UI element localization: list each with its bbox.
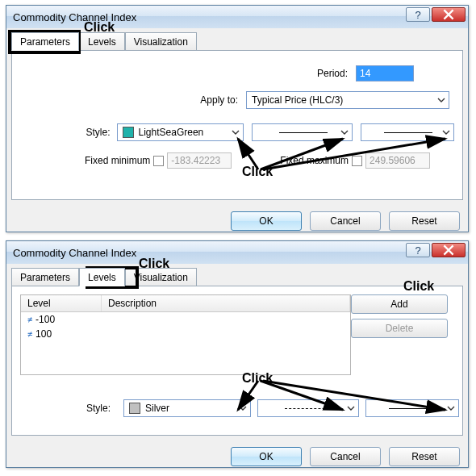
tab-visualization[interactable]: Visualization xyxy=(125,32,197,51)
style-line-combo[interactable] xyxy=(257,399,359,417)
line-solid-icon xyxy=(384,132,432,133)
chevron-down-icon xyxy=(232,128,240,136)
col-level[interactable]: Level xyxy=(21,295,102,311)
help-button[interactable]: ? xyxy=(406,243,430,257)
tab-visualization[interactable]: Visualization xyxy=(125,268,197,286)
title-text: Commodity Channel Index xyxy=(13,11,136,23)
dialog-parameters: Commodity Channel Index ? Parameters Lev… xyxy=(6,5,469,232)
tab-panel: Period: 14 Apply to: Typical Price (HLC/… xyxy=(11,50,463,200)
tab-panel: Level Description ≠ -100 ≠ 100 Add Delet… xyxy=(11,286,463,436)
chevron-down-icon xyxy=(239,404,247,412)
reset-button[interactable]: Reset xyxy=(389,211,460,231)
fixed-min-checkbox[interactable] xyxy=(153,156,164,166)
tabs: Parameters Levels Visualization xyxy=(11,31,468,50)
tabs: Parameters Levels Visualization xyxy=(11,267,468,286)
add-button[interactable]: Add xyxy=(351,294,448,314)
line-solid-icon xyxy=(279,132,328,133)
cancel-button[interactable]: Cancel xyxy=(310,211,381,231)
style-width-combo[interactable] xyxy=(365,399,459,417)
period-label: Period: xyxy=(317,68,348,79)
delete-button[interactable]: Delete xyxy=(351,319,448,338)
fixed-max-value: 249.59606 xyxy=(365,152,430,169)
col-description[interactable]: Description xyxy=(102,295,350,311)
tab-parameters[interactable]: Parameters xyxy=(11,268,79,286)
dialog-levels: Commodity Channel Index ? Parameters Lev… xyxy=(6,240,469,468)
ok-button[interactable]: OK xyxy=(231,447,302,466)
period-input[interactable]: 14 xyxy=(356,65,414,81)
level-line-icon: ≠ xyxy=(27,315,32,324)
titlebar[interactable]: Commodity Channel Index ? xyxy=(6,241,468,264)
style-line-combo[interactable] xyxy=(252,123,353,141)
tab-levels[interactable]: Levels xyxy=(79,268,125,286)
levels-grid[interactable]: Level Description ≠ -100 ≠ 100 xyxy=(20,294,351,375)
style-width-combo[interactable] xyxy=(361,123,454,141)
style-label: Style: xyxy=(20,127,117,138)
line-dashed-icon xyxy=(285,408,333,409)
style-color-swatch xyxy=(123,127,134,138)
chevron-down-icon xyxy=(437,96,445,104)
button-row: OK Cancel Reset xyxy=(6,441,468,473)
fixed-max-checkbox[interactable] xyxy=(352,156,362,166)
style-label: Style: xyxy=(20,403,117,414)
table-row[interactable]: ≠ 100 xyxy=(21,327,350,341)
style-color-combo[interactable]: LightSeaGreen xyxy=(117,123,244,141)
button-row: OK Cancel Reset xyxy=(6,205,468,237)
level-line-icon: ≠ xyxy=(27,329,32,339)
close-icon xyxy=(443,244,454,256)
chevron-down-icon xyxy=(347,404,355,412)
fixed-min-label: Fixed minimum xyxy=(85,155,150,166)
close-button[interactable] xyxy=(432,243,466,257)
grid-body: ≠ -100 ≠ 100 xyxy=(21,312,350,374)
title-text: Commodity Channel Index xyxy=(13,247,136,259)
grid-header: Level Description xyxy=(21,295,350,312)
tab-parameters[interactable]: Parameters xyxy=(11,32,79,51)
chevron-down-icon xyxy=(442,128,450,136)
chevron-down-icon xyxy=(340,128,349,136)
close-icon xyxy=(443,9,454,20)
fixed-max-label: Fixed maximum xyxy=(280,155,349,166)
close-button[interactable] xyxy=(432,7,466,22)
tab-levels[interactable]: Levels xyxy=(79,32,125,51)
titlebar[interactable]: Commodity Channel Index ? xyxy=(6,6,468,28)
apply-to-combo[interactable]: Typical Price (HLC/3) xyxy=(246,91,449,109)
help-button[interactable]: ? xyxy=(406,7,430,22)
chevron-down-icon xyxy=(447,404,455,412)
ok-button[interactable]: OK xyxy=(231,211,302,231)
style-color-combo[interactable]: Silver xyxy=(123,399,251,417)
table-row[interactable]: ≠ -100 xyxy=(21,312,350,327)
cancel-button[interactable]: Cancel xyxy=(310,447,381,466)
style-color-swatch xyxy=(129,403,140,414)
fixed-min-value: -183.42223 xyxy=(167,152,232,169)
line-solid-icon xyxy=(389,408,437,409)
reset-button[interactable]: Reset xyxy=(389,447,460,466)
apply-to-label: Apply to: xyxy=(200,94,238,106)
